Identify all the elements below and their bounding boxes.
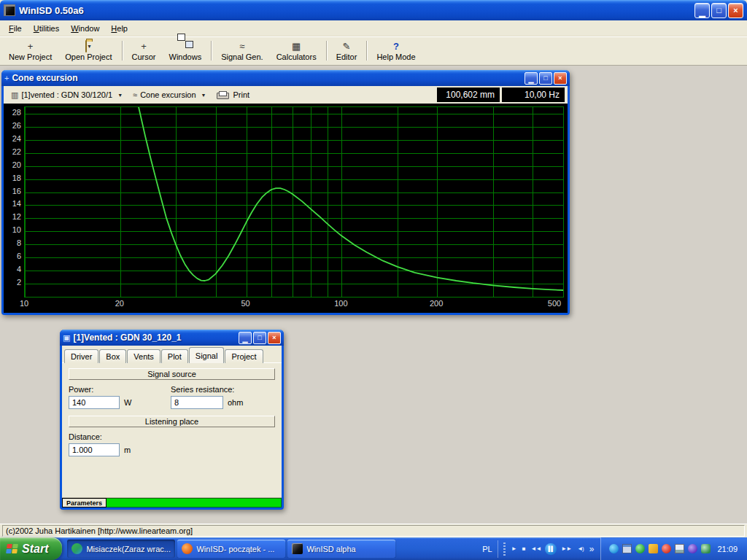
excursion-plot-svg [25,107,563,297]
distance-unit: m [124,446,131,454]
y-axis-tick-label: 22 [4,147,21,157]
tab-vents[interactable]: Vents [127,349,160,363]
winisd-icon [292,543,303,554]
series-resistance-input[interactable] [171,396,223,409]
toolbar-separator [211,41,212,61]
calculators-button[interactable]: ▦ Calculators [270,38,323,63]
y-axis-tick-label: 2 [4,278,21,287]
y-axis-tick-label: 16 [4,187,21,196]
chevron-down-icon: ▼ [201,93,206,98]
deskband-chevron-icon[interactable]: » [588,544,596,554]
tray-update-icon[interactable] [649,544,658,553]
print-label: Print [233,90,250,99]
status-text: (c)2002 Juha Hartikainen [http://www.lin… [2,525,745,537]
taskbar-button-messenger[interactable]: Misiaczek(Zaraz wrac... [67,540,175,558]
maximize-icon: □ [543,75,547,82]
tray-display-icon[interactable] [622,544,632,553]
taskbar-button-winisd[interactable]: WinISD alpha [287,540,395,558]
cone-excursion-titlebar[interactable]: + Cone excursion ▁ □ × [1,70,570,86]
taskbar-button-label: WinISD- początek - ... [196,545,274,553]
close-button[interactable]: × [728,3,743,18]
tab-driver[interactable]: Driver [64,349,98,363]
x-axis-tick-label: 100 [330,299,352,308]
open-project-icon [85,40,87,52]
tab-box[interactable]: Box [99,349,126,363]
driver-select-combo[interactable]: ▥ [1]vented : GDN 30/120/1 ▼ [7,88,127,102]
taskbar-button-label: Misiaczek(Zaraz wrac... [86,545,171,553]
tab-signal[interactable]: Signal [189,347,225,363]
plot-type-combo[interactable]: ≈ Cone excursion ▼ [128,88,210,101]
media-pause-button[interactable]: ▌▌ [545,543,557,555]
tray-messenger-icon[interactable] [609,544,619,553]
windows-button[interactable]: Windows [163,38,209,63]
y-axis-tick-label: 6 [4,252,21,261]
taskbar-buttons: Misiaczek(Zaraz wrac... WinISD- początek… [62,540,477,558]
cursor-label: Cursor [132,52,156,61]
signal-source-header: Signal source [69,368,275,380]
close-icon: × [733,7,738,15]
minimize-icon: ▁ [699,9,705,17]
project-tabs: Driver Box Vents Plot Signal Project [62,346,282,363]
new-project-button[interactable]: + New Project [2,38,58,63]
signal-gen-button[interactable]: ≈ Signal Gen. [214,38,269,63]
y-axis-tick-label: 14 [4,199,21,209]
language-indicator[interactable]: PL [477,545,497,553]
project-minimize-button[interactable]: ▁ [239,332,252,344]
help-mode-button[interactable]: ? Help Mode [370,38,422,63]
minimize-button[interactable]: ▁ [694,3,710,18]
media-mute-button[interactable]: ◄) [576,545,585,553]
app-titlebar[interactable]: WinISD 0.50a6 ▁ □ × [0,0,747,20]
media-player-deskband: ► ■ ◄◄ ▌▌ ►► ◄) » [498,540,601,558]
minimize-icon: ▁ [243,336,248,343]
maximize-button[interactable]: □ [711,3,727,18]
media-prev-button[interactable]: ◄◄ [530,545,543,553]
plot-minimize-button[interactable]: ▁ [525,72,538,85]
open-project-label: Open Project [65,52,112,61]
tray-network-icon[interactable] [675,544,684,553]
tray-volume-icon[interactable] [688,544,697,553]
open-project-button[interactable]: ▼ Open Project [58,38,118,63]
menu-file[interactable]: File [3,22,28,35]
print-button[interactable]: Print [212,88,255,101]
media-next-button[interactable]: ►► [560,545,573,553]
plot-close-button[interactable]: × [554,72,567,85]
parameters-status-label: Parameters [62,498,107,508]
tab-plot[interactable]: Plot [161,349,188,363]
media-play-button[interactable]: ► [510,545,518,553]
tray-antivirus-icon[interactable] [635,544,645,553]
x-axis-tick-label: 500 [543,299,565,308]
power-label: Power: [69,385,171,394]
menu-utilities[interactable]: Utilities [28,22,65,35]
maximize-icon: □ [258,335,261,341]
tray-scheduler-icon[interactable] [701,544,711,553]
deskband-grip[interactable] [503,542,506,556]
windows-logo-icon [6,544,18,553]
media-stop-button[interactable]: ■ [521,545,527,553]
menu-window[interactable]: Window [65,22,105,35]
tab-project[interactable]: Project [225,349,263,363]
tray-player-icon[interactable] [662,544,671,553]
printer-icon [217,91,228,99]
distance-input[interactable] [69,443,120,456]
help-mode-icon: ? [393,41,399,52]
series-resistance-label: Series resistance: [171,385,243,394]
menu-help[interactable]: Help [105,22,133,35]
calculators-label: Calculators [276,52,317,61]
x-axis-tick-label: 200 [425,299,447,308]
status-bar: (c)2002 Juha Hartikainen [http://www.lin… [0,524,747,537]
cursor-button[interactable]: + Cursor [125,38,163,63]
taskbar-button-browser[interactable]: WinISD- początek - ... [177,540,285,558]
open-project-dropdown-icon[interactable]: ▼ [87,44,92,49]
power-input[interactable] [69,396,120,409]
windows-label: Windows [169,52,202,61]
start-button[interactable]: Start [0,537,62,560]
plot-area[interactable] [24,106,564,298]
editor-button[interactable]: ✎ Editor [330,38,364,63]
vented-project-window: ▣ [1]Vented : GDN 30_120_1 ▁ □ × Driver … [60,330,284,510]
plot-maximize-button[interactable]: □ [539,72,552,85]
project-close-button[interactable]: × [268,332,281,344]
project-titlebar[interactable]: ▣ [1]Vented : GDN 30_120_1 ▁ □ × [60,330,284,346]
chevron-down-icon: ▼ [117,93,123,98]
close-icon: × [558,75,562,82]
project-maximize-button[interactable]: □ [253,332,266,344]
